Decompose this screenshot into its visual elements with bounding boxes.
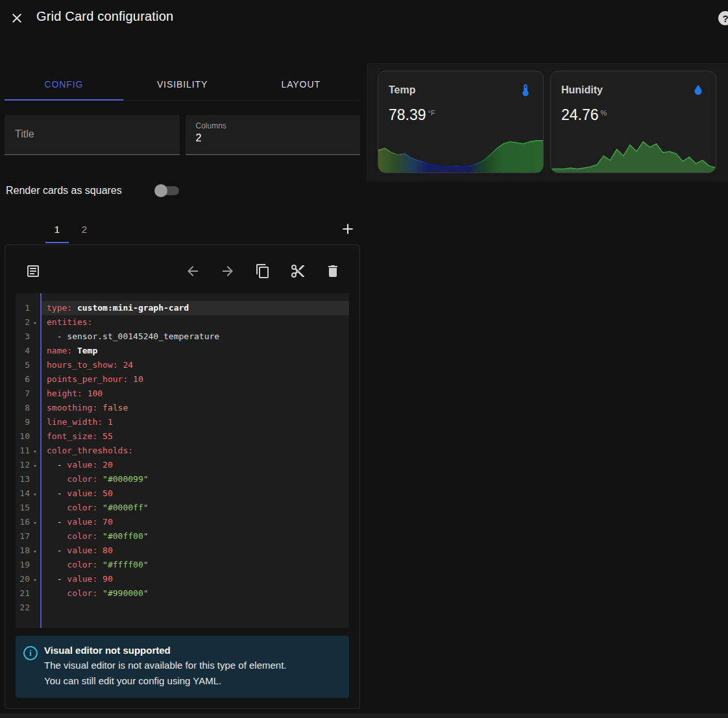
- line-number: 20: [16, 572, 30, 586]
- code-line-text: hours_to_show: 24: [42, 358, 349, 372]
- toggle-thumb: [154, 184, 167, 197]
- code-line-text: [42, 601, 349, 615]
- editor-actions: [185, 263, 341, 279]
- code-line[interactable]: 18▾ - value: 80: [16, 544, 349, 558]
- line-number: 8: [16, 401, 30, 415]
- code-line[interactable]: 9line_width: 1: [16, 415, 349, 429]
- code-line[interactable]: 22: [16, 601, 349, 615]
- code-line[interactable]: 3 - sensor.st_00145240_temperature: [16, 329, 349, 344]
- code-line[interactable]: 15 color: "#0000ff": [16, 501, 349, 515]
- info-icon: i: [23, 646, 38, 660]
- title-input[interactable]: [15, 115, 169, 154]
- close-icon[interactable]: [9, 10, 25, 26]
- line-number: 4: [16, 344, 30, 358]
- code-line[interactable]: 8smoothing: false: [16, 401, 349, 415]
- list-box-icon[interactable]: [25, 263, 41, 279]
- help-icon[interactable]: ?: [718, 11, 728, 25]
- tab-config[interactable]: CONFIG: [5, 69, 123, 100]
- line-number: 19: [16, 558, 30, 572]
- code-line[interactable]: 1type: custom:mini-graph-card: [16, 301, 349, 315]
- editor-toolbar: [5, 245, 359, 285]
- fold-toggle-icon[interactable]: ▾: [30, 486, 40, 501]
- code-line[interactable]: 11▾color_thresholds:: [16, 444, 349, 458]
- columns-field[interactable]: Columns: [186, 115, 361, 155]
- code-line-text: font_size: 55: [42, 429, 349, 444]
- card-unit: %: [601, 109, 607, 117]
- code-line[interactable]: 14▾ - value: 50: [16, 486, 349, 501]
- info-body-line: The visual editor is not available for t…: [44, 658, 287, 673]
- line-number: 9: [16, 415, 30, 429]
- fold-spacer: [30, 387, 40, 401]
- columns-label: Columns: [196, 115, 350, 130]
- visual-editor-info-box: i Visual editor not supported The visual…: [16, 636, 349, 698]
- code-line[interactable]: 20▾ - value: 90: [16, 572, 349, 586]
- code-line-text: - value: 90: [42, 572, 349, 586]
- fold-spacer: [30, 301, 40, 315]
- fold-spacer: [30, 372, 40, 387]
- code-line[interactable]: 21 color: "#990000": [16, 586, 349, 601]
- code-line[interactable]: 19 color: "#ffff00": [16, 558, 349, 572]
- tab-visibility[interactable]: VISIBILITY: [123, 69, 242, 100]
- card-preview-panel: Temp 78.39°F Hunidity: [367, 63, 728, 182]
- code-line-text: - value: 20: [42, 458, 349, 472]
- code-line[interactable]: 7height: 100: [16, 387, 349, 401]
- squares-toggle[interactable]: [156, 186, 179, 195]
- code-line[interactable]: 4name: Temp: [16, 344, 349, 358]
- code-line[interactable]: 16▾ - value: 70: [16, 515, 349, 529]
- yaml-editor-panel: 1type: custom:mini-graph-card2▾entities:…: [5, 245, 360, 709]
- title-field[interactable]: [5, 115, 180, 155]
- columns-input[interactable]: [196, 132, 350, 144]
- preview-cards: Temp 78.39°F Hunidity: [367, 63, 728, 181]
- card-tab-1[interactable]: 1: [43, 215, 71, 243]
- yaml-code-editor[interactable]: 1type: custom:mini-graph-card2▾entities:…: [16, 293, 349, 628]
- info-title: Visual editor not supported: [44, 645, 287, 656]
- code-content: 1type: custom:mini-graph-card2▾entities:…: [16, 301, 349, 615]
- humidity-sparkline: [551, 135, 716, 173]
- code-line[interactable]: 10font_size: 55: [16, 429, 349, 444]
- code-line[interactable]: 2▾entities:: [16, 315, 349, 329]
- code-line-text: name: Temp: [42, 344, 349, 358]
- cut-icon[interactable]: [290, 263, 306, 279]
- fold-spacer: [30, 601, 40, 615]
- card-value: 24.76: [561, 106, 599, 123]
- code-line-text: - value: 70: [42, 515, 349, 529]
- bottom-edge-strip: [0, 713, 728, 718]
- temp-sparkline: [378, 135, 543, 173]
- redo-icon[interactable]: [220, 263, 236, 279]
- code-line[interactable]: 5hours_to_show: 24: [16, 358, 349, 372]
- code-line-text: line_width: 1: [42, 415, 349, 429]
- fold-spacer: [30, 529, 40, 544]
- tab-layout[interactable]: LAYOUT: [241, 69, 360, 100]
- fold-toggle-icon[interactable]: ▾: [30, 544, 40, 558]
- fold-spacer: [30, 401, 40, 415]
- code-line[interactable]: 13 color: "#000099": [16, 472, 349, 486]
- copy-icon[interactable]: [255, 263, 271, 279]
- fold-toggle-icon[interactable]: ▾: [30, 315, 40, 329]
- dialog-title: Grid Card configuration: [36, 9, 173, 24]
- squares-toggle-row: Render cards as squares: [5, 185, 360, 197]
- fold-toggle-icon[interactable]: ▾: [30, 515, 40, 529]
- preview-card-humidity: Hunidity 24.76%: [550, 71, 716, 173]
- line-number: 17: [16, 529, 30, 544]
- card-unit: °F: [428, 109, 435, 117]
- grid-card-config-dialog: Grid Card configuration ? CONFIG VISIBIL…: [0, 0, 728, 718]
- fold-toggle-icon[interactable]: ▾: [30, 572, 40, 586]
- editor-tabs: CONFIG VISIBILITY LAYOUT: [5, 69, 360, 101]
- code-line-text: - value: 50: [42, 486, 349, 501]
- info-text: Visual editor not supported The visual e…: [44, 645, 287, 689]
- undo-icon[interactable]: [185, 263, 200, 279]
- code-line-text: color: "#990000": [42, 586, 349, 601]
- fold-toggle-icon[interactable]: ▾: [30, 458, 40, 472]
- line-number: 7: [16, 387, 30, 401]
- thermometer-icon: [518, 83, 533, 97]
- card-tab-2[interactable]: 2: [71, 215, 98, 243]
- code-line[interactable]: 17 color: "#00ff00": [16, 529, 349, 544]
- fold-toggle-icon[interactable]: ▾: [30, 444, 40, 458]
- code-line[interactable]: 12▾ - value: 20: [16, 458, 349, 472]
- line-number: 15: [16, 501, 30, 515]
- card-name: Hunidity: [561, 84, 603, 96]
- code-line[interactable]: 6points_per_hour: 10: [16, 372, 349, 387]
- delete-icon[interactable]: [325, 263, 341, 279]
- plus-icon[interactable]: [339, 221, 356, 237]
- card-header: Hunidity: [551, 71, 716, 97]
